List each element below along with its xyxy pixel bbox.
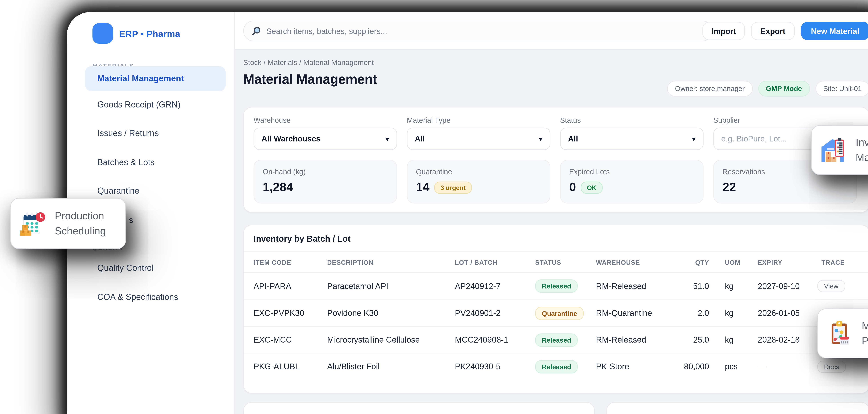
search-icon [251, 26, 261, 36]
cell-expiry: 2026-01-05 [750, 309, 817, 318]
content-area: Stock / Materials / Material Management … [235, 50, 868, 414]
col-status: STATUS [535, 258, 596, 266]
col-lot-batch: LOT / BATCH [455, 258, 535, 266]
bottom-card-left [243, 402, 595, 414]
material-type-select-value: All [415, 134, 539, 143]
stat-label: Quarantine [416, 168, 452, 176]
table-row[interactable]: PKG-ALUBL Alu/Blister Foil PK240930-5 Re… [244, 353, 868, 380]
stat-expired-lots: Expired Lots 0 OK [560, 160, 704, 203]
topbar-actions: Import Export New Material [702, 22, 868, 40]
material-type-select[interactable]: All ▾ [407, 128, 551, 150]
table-header-row: ITEM CODE DESCRIPTION LOT / BATCH STATUS… [244, 252, 868, 273]
cell-qty: 80,000 [681, 362, 709, 371]
callout-line1: Production [55, 208, 106, 223]
cell-uom: kg [709, 335, 750, 344]
sidebar-item-goods-receipt[interactable]: Goods Receipt (GRN) [97, 98, 181, 110]
sidebar-item-batches-lots[interactable]: Batches & Lots [97, 156, 155, 168]
sidebar-item-quarantine[interactable]: Quarantine [97, 185, 140, 197]
table-row[interactable]: API-PARA Paracetamol API AP240912-7 Rele… [244, 273, 868, 300]
view-button[interactable]: View [817, 280, 845, 292]
cell-lot: PK240930-5 [455, 362, 535, 371]
inventory-management-callout[interactable]: Inventory Management [811, 125, 868, 175]
sidebar-item-quality-control[interactable]: Quality Control [97, 262, 153, 274]
app-window: ERP • Pharma MATERIALS Material Manageme… [67, 12, 868, 414]
cell-expiry: — [750, 362, 817, 371]
cell-warehouse: PK-Store [596, 362, 681, 371]
cell-lot: PV240901-2 [455, 309, 535, 318]
cell-description: Alu/Blister Foil [327, 362, 455, 371]
stat-value: 1,284 [262, 180, 293, 194]
cell-uom: pcs [709, 362, 750, 371]
inventory-table-card: Inventory by Batch / Lot ITEM CODE DESCR… [243, 225, 868, 393]
callout-text: Inventory Management [856, 135, 868, 166]
new-material-button[interactable]: New Material [801, 22, 868, 40]
production-scheduling-callout[interactable]: Production Scheduling [10, 198, 126, 249]
sidebar-item-material-management[interactable]: Material Management [85, 66, 225, 91]
breadcrumb[interactable]: Stock / Materials / Material Management [243, 58, 374, 67]
sidebar-item-coa-specifications[interactable]: COA & Specifications [97, 291, 178, 303]
status-badge: Quarantine [535, 306, 584, 320]
owner-badge: Owner: store.manager [667, 81, 752, 97]
status-select-value: All [568, 134, 692, 143]
app-logo-icon [92, 23, 113, 44]
callout-line2: Scheduling [55, 223, 106, 239]
stat-label: Expired Lots [569, 168, 610, 176]
cell-description: Povidone K30 [327, 309, 455, 318]
search-box[interactable] [243, 21, 713, 41]
col-trace: TRACE [817, 258, 845, 266]
status-badge: Released [535, 360, 578, 373]
col-description: DESCRIPTION [327, 258, 455, 266]
supplier-filter-label: Supplier [713, 116, 740, 125]
search-input[interactable] [266, 26, 705, 36]
warehouse-select[interactable]: All Warehouses ▾ [254, 128, 397, 150]
stat-value: 22 [722, 180, 736, 194]
status-select[interactable]: All ▾ [560, 128, 704, 150]
chevron-down-icon: ▾ [692, 135, 695, 143]
status-badge: Released [535, 333, 578, 346]
cell-qty: 25.0 [681, 335, 709, 344]
col-qty: QTY [681, 258, 709, 266]
callout-line1: Material [862, 318, 868, 333]
import-button[interactable]: Import [702, 22, 745, 40]
table-row[interactable]: EXC-PVPK30 Povidone K30 PV240901-2 Quara… [244, 300, 868, 326]
table-title: Inventory by Batch / Lot [244, 226, 868, 252]
sidebar-item-partially-hidden[interactable]: s [129, 214, 133, 226]
warehouse-filter-label: Warehouse [254, 116, 290, 125]
callout-line1: Inventory [856, 135, 868, 150]
bottom-card-right [606, 402, 868, 414]
material-planning-callout[interactable]: Material Planning [817, 309, 868, 358]
cell-item-code: PKG-ALUBL [254, 362, 327, 371]
status-filter-label: Status [560, 116, 581, 125]
stat-onhand: On-hand (kg) 1,284 [254, 160, 397, 203]
cell-uom: kg [709, 309, 750, 318]
site-badge: Site: Unit-01 [815, 81, 868, 97]
brand: ERP • Pharma [92, 23, 180, 44]
page-badges: Owner: store.manager GMP Mode Site: Unit… [667, 81, 868, 97]
cell-warehouse: RM-Released [596, 281, 681, 291]
callout-line2: Management [856, 150, 868, 165]
filters-card: Warehouse All Warehouses ▾ On-hand (kg) … [243, 107, 868, 213]
callout-text: Material Planning [862, 318, 868, 349]
docs-button[interactable]: Docs [817, 360, 846, 373]
export-button[interactable]: Export [751, 22, 795, 40]
gmp-mode-badge: GMP Mode [758, 81, 810, 97]
callout-line2: Planning [862, 333, 868, 349]
col-warehouse: WAREHOUSE [596, 258, 681, 266]
status-badge: Released [535, 279, 578, 292]
sidebar-item-label: Material Management [97, 66, 184, 91]
cell-uom: kg [709, 281, 750, 291]
sidebar-item-issues-returns[interactable]: Issues / Returns [97, 127, 159, 139]
stat-label: Reservations [722, 168, 765, 176]
table-row[interactable]: EXC-MCC Microcrystalline Cellulose MCC24… [244, 326, 868, 353]
cell-lot: MCC240908-1 [455, 335, 535, 344]
stat-quarantine: Quarantine 14 3 urgent [407, 160, 551, 203]
cell-qty: 2.0 [681, 309, 709, 318]
chevron-down-icon: ▾ [539, 135, 542, 143]
cell-warehouse: RM-Released [596, 335, 681, 344]
cell-expiry: 2028-02-18 [750, 335, 817, 344]
material-type-filter-label: Material Type [407, 116, 451, 125]
warehouse-select-value: All Warehouses [261, 134, 385, 143]
col-item-code: ITEM CODE [254, 258, 327, 266]
cell-item-code: API-PARA [254, 281, 327, 291]
cell-qty: 51.0 [681, 281, 709, 291]
